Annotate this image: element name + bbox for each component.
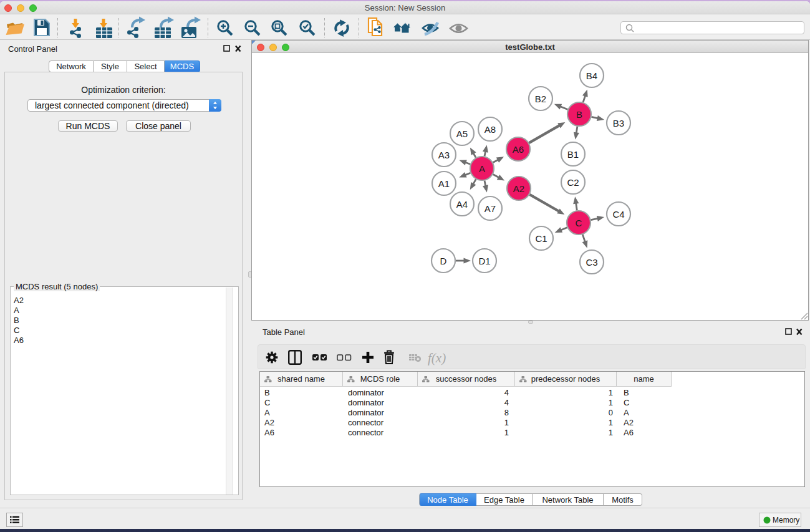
svg-text:C4: C4 [612, 209, 624, 220]
svg-text:A3: A3 [438, 150, 450, 160]
svg-text:A6: A6 [513, 144, 524, 155]
svg-text:B1: B1 [567, 149, 579, 160]
svg-text:D: D [440, 256, 447, 266]
svg-text:D1: D1 [478, 256, 490, 266]
svg-text:C2: C2 [567, 177, 579, 188]
svg-text:A5: A5 [456, 128, 468, 139]
svg-text:B3: B3 [613, 118, 624, 128]
svg-text:A8: A8 [485, 124, 496, 135]
svg-text:A4: A4 [456, 199, 468, 210]
svg-text:B2: B2 [535, 94, 546, 104]
svg-text:f(x): f(x) [428, 351, 446, 365]
svg-text:B: B [576, 109, 582, 120]
svg-text:C: C [576, 218, 582, 228]
svg-text:A: A [479, 163, 485, 174]
svg-text:A7: A7 [485, 203, 496, 214]
svg-text:C3: C3 [586, 257, 597, 268]
svg-text:A1: A1 [438, 178, 450, 189]
svg-text:B4: B4 [586, 70, 597, 81]
svg-text:C1: C1 [535, 233, 547, 244]
svg-text:A2: A2 [513, 183, 524, 194]
